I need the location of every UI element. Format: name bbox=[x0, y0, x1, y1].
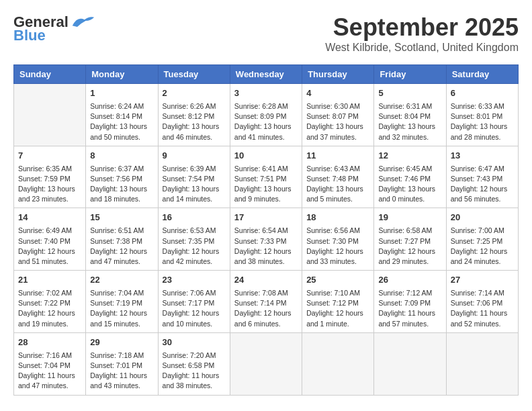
day-info: Sunrise: 6:41 AM Sunset: 7:51 PM Dayligh… bbox=[234, 164, 298, 205]
day-info: Sunrise: 7:00 AM Sunset: 7:25 PM Dayligh… bbox=[451, 226, 514, 267]
calendar-cell: 11Sunrise: 6:43 AM Sunset: 7:48 PM Dayli… bbox=[302, 146, 374, 208]
day-info: Sunrise: 6:49 AM Sunset: 7:40 PM Dayligh… bbox=[18, 226, 81, 267]
day-number: 30 bbox=[163, 336, 226, 349]
calendar-cell bbox=[446, 332, 518, 395]
page-header: General Blue September 2025 West Kilbrid… bbox=[13, 13, 519, 54]
day-info: Sunrise: 7:14 AM Sunset: 7:06 PM Dayligh… bbox=[451, 288, 514, 329]
day-number: 6 bbox=[451, 87, 514, 100]
calendar-cell: 25Sunrise: 7:10 AM Sunset: 7:12 PM Dayli… bbox=[302, 271, 374, 333]
day-info: Sunrise: 7:02 AM Sunset: 7:22 PM Dayligh… bbox=[18, 288, 81, 329]
weekday-header-monday: Monday bbox=[86, 65, 158, 84]
calendar-cell: 21Sunrise: 7:02 AM Sunset: 7:22 PM Dayli… bbox=[14, 271, 86, 333]
calendar-cell: 27Sunrise: 7:14 AM Sunset: 7:06 PM Dayli… bbox=[446, 271, 518, 333]
calendar-table: SundayMondayTuesdayWednesdayThursdayFrid… bbox=[13, 64, 519, 396]
title-block: September 2025 West Kilbride, Scotland, … bbox=[325, 13, 519, 54]
calendar-cell: 10Sunrise: 6:41 AM Sunset: 7:51 PM Dayli… bbox=[230, 146, 302, 208]
day-number: 9 bbox=[163, 150, 226, 163]
calendar-cell: 8Sunrise: 6:37 AM Sunset: 7:56 PM Daylig… bbox=[86, 146, 158, 208]
weekday-header-friday: Friday bbox=[374, 65, 446, 84]
calendar-cell: 23Sunrise: 7:06 AM Sunset: 7:17 PM Dayli… bbox=[158, 271, 230, 333]
day-number: 21 bbox=[18, 274, 81, 287]
day-info: Sunrise: 6:58 AM Sunset: 7:27 PM Dayligh… bbox=[378, 226, 441, 267]
weekday-header-sunday: Sunday bbox=[14, 65, 86, 84]
calendar-cell: 5Sunrise: 6:31 AM Sunset: 8:04 PM Daylig… bbox=[374, 84, 446, 146]
day-number: 19 bbox=[378, 212, 441, 224]
day-info: Sunrise: 7:04 AM Sunset: 7:19 PM Dayligh… bbox=[90, 288, 153, 329]
day-number: 27 bbox=[451, 274, 514, 287]
calendar-cell: 18Sunrise: 6:56 AM Sunset: 7:30 PM Dayli… bbox=[302, 208, 374, 271]
day-info: Sunrise: 6:37 AM Sunset: 7:56 PM Dayligh… bbox=[90, 164, 153, 205]
day-number: 1 bbox=[90, 87, 153, 100]
day-number: 22 bbox=[90, 274, 153, 287]
calendar-cell: 17Sunrise: 6:54 AM Sunset: 7:33 PM Dayli… bbox=[230, 208, 302, 271]
calendar-cell: 2Sunrise: 6:26 AM Sunset: 8:12 PM Daylig… bbox=[158, 84, 230, 146]
calendar-cell: 4Sunrise: 6:30 AM Sunset: 8:07 PM Daylig… bbox=[302, 84, 374, 146]
day-info: Sunrise: 6:31 AM Sunset: 8:04 PM Dayligh… bbox=[378, 101, 441, 142]
day-number: 14 bbox=[18, 212, 81, 224]
calendar-week-row: 21Sunrise: 7:02 AM Sunset: 7:22 PM Dayli… bbox=[14, 271, 519, 333]
logo: General Blue bbox=[13, 13, 95, 44]
day-info: Sunrise: 7:18 AM Sunset: 7:01 PM Dayligh… bbox=[90, 351, 153, 392]
day-info: Sunrise: 7:12 AM Sunset: 7:09 PM Dayligh… bbox=[378, 288, 441, 329]
day-number: 12 bbox=[378, 150, 441, 163]
day-info: Sunrise: 7:20 AM Sunset: 6:58 PM Dayligh… bbox=[163, 351, 226, 392]
calendar-header-row: SundayMondayTuesdayWednesdayThursdayFrid… bbox=[14, 65, 519, 84]
day-number: 3 bbox=[234, 87, 298, 100]
day-number: 10 bbox=[234, 150, 298, 163]
day-number: 4 bbox=[306, 87, 369, 100]
day-number: 25 bbox=[306, 274, 369, 287]
calendar-cell: 3Sunrise: 6:28 AM Sunset: 8:09 PM Daylig… bbox=[230, 84, 302, 146]
day-number: 24 bbox=[234, 274, 298, 287]
weekday-header-wednesday: Wednesday bbox=[230, 65, 302, 84]
calendar-cell: 7Sunrise: 6:35 AM Sunset: 7:59 PM Daylig… bbox=[14, 146, 86, 208]
calendar-week-row: 7Sunrise: 6:35 AM Sunset: 7:59 PM Daylig… bbox=[14, 146, 519, 208]
day-info: Sunrise: 6:26 AM Sunset: 8:12 PM Dayligh… bbox=[163, 101, 226, 142]
day-info: Sunrise: 7:10 AM Sunset: 7:12 PM Dayligh… bbox=[306, 288, 369, 329]
location-subtitle: West Kilbride, Scotland, United Kingdom bbox=[325, 42, 519, 54]
day-number: 28 bbox=[18, 336, 81, 349]
calendar-cell: 13Sunrise: 6:47 AM Sunset: 7:43 PM Dayli… bbox=[446, 146, 518, 208]
day-info: Sunrise: 7:08 AM Sunset: 7:14 PM Dayligh… bbox=[234, 288, 298, 329]
day-info: Sunrise: 6:30 AM Sunset: 8:07 PM Dayligh… bbox=[306, 101, 369, 142]
day-info: Sunrise: 6:47 AM Sunset: 7:43 PM Dayligh… bbox=[451, 164, 514, 205]
weekday-header-saturday: Saturday bbox=[446, 65, 518, 84]
day-info: Sunrise: 7:16 AM Sunset: 7:04 PM Dayligh… bbox=[18, 351, 81, 392]
day-number: 8 bbox=[90, 150, 153, 163]
calendar-cell bbox=[302, 332, 374, 395]
calendar-cell: 22Sunrise: 7:04 AM Sunset: 7:19 PM Dayli… bbox=[86, 271, 158, 333]
day-info: Sunrise: 6:51 AM Sunset: 7:38 PM Dayligh… bbox=[90, 226, 153, 267]
day-number: 29 bbox=[90, 336, 153, 349]
calendar-cell: 19Sunrise: 6:58 AM Sunset: 7:27 PM Dayli… bbox=[374, 208, 446, 271]
day-number: 16 bbox=[163, 212, 226, 224]
day-number: 15 bbox=[90, 212, 153, 224]
calendar-cell bbox=[374, 332, 446, 395]
calendar-cell: 1Sunrise: 6:24 AM Sunset: 8:14 PM Daylig… bbox=[86, 84, 158, 146]
calendar-cell: 29Sunrise: 7:18 AM Sunset: 7:01 PM Dayli… bbox=[86, 332, 158, 395]
calendar-week-row: 1Sunrise: 6:24 AM Sunset: 8:14 PM Daylig… bbox=[14, 84, 519, 146]
day-number: 18 bbox=[306, 212, 369, 224]
calendar-cell: 9Sunrise: 6:39 AM Sunset: 7:54 PM Daylig… bbox=[158, 146, 230, 208]
day-info: Sunrise: 6:56 AM Sunset: 7:30 PM Dayligh… bbox=[306, 226, 369, 267]
calendar-cell: 20Sunrise: 7:00 AM Sunset: 7:25 PM Dayli… bbox=[446, 208, 518, 271]
logo-text-blue: Blue bbox=[13, 27, 46, 44]
calendar-cell: 26Sunrise: 7:12 AM Sunset: 7:09 PM Dayli… bbox=[374, 271, 446, 333]
day-info: Sunrise: 6:45 AM Sunset: 7:46 PM Dayligh… bbox=[378, 164, 441, 205]
day-number: 11 bbox=[306, 150, 369, 163]
calendar-cell bbox=[14, 84, 86, 146]
calendar-cell: 12Sunrise: 6:45 AM Sunset: 7:46 PM Dayli… bbox=[374, 146, 446, 208]
day-number: 26 bbox=[378, 274, 441, 287]
calendar-cell: 28Sunrise: 7:16 AM Sunset: 7:04 PM Dayli… bbox=[14, 332, 86, 395]
calendar-cell: 6Sunrise: 6:33 AM Sunset: 8:01 PM Daylig… bbox=[446, 84, 518, 146]
calendar-cell: 15Sunrise: 6:51 AM Sunset: 7:38 PM Dayli… bbox=[86, 208, 158, 271]
day-number: 20 bbox=[451, 212, 514, 224]
day-info: Sunrise: 6:39 AM Sunset: 7:54 PM Dayligh… bbox=[163, 164, 226, 205]
day-number: 5 bbox=[378, 87, 441, 100]
day-number: 23 bbox=[163, 274, 226, 287]
weekday-header-thursday: Thursday bbox=[302, 65, 374, 84]
calendar-cell: 14Sunrise: 6:49 AM Sunset: 7:40 PM Dayli… bbox=[14, 208, 86, 271]
day-info: Sunrise: 7:06 AM Sunset: 7:17 PM Dayligh… bbox=[163, 288, 226, 329]
day-info: Sunrise: 6:35 AM Sunset: 7:59 PM Dayligh… bbox=[18, 164, 81, 205]
calendar-week-row: 28Sunrise: 7:16 AM Sunset: 7:04 PM Dayli… bbox=[14, 332, 519, 395]
day-number: 17 bbox=[234, 212, 298, 224]
day-info: Sunrise: 6:54 AM Sunset: 7:33 PM Dayligh… bbox=[234, 226, 298, 267]
